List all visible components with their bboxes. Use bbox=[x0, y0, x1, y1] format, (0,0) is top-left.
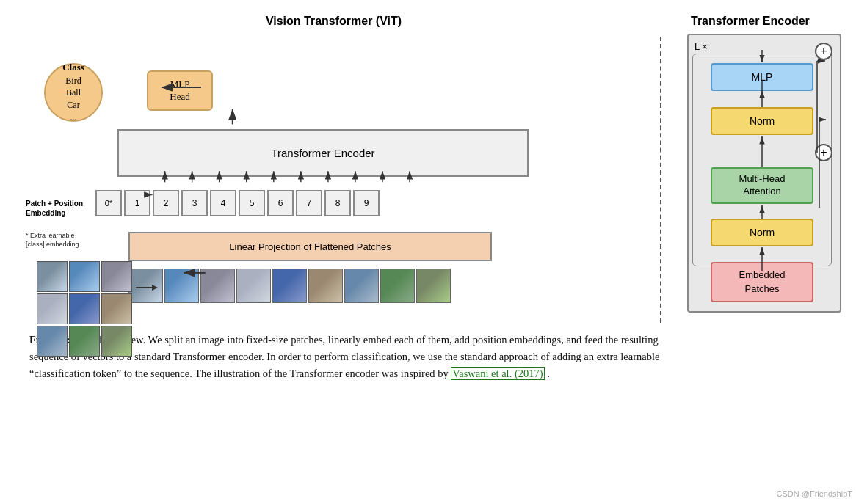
transformer-encoder-main-label: Transformer Encoder bbox=[271, 147, 374, 159]
source-cell-2 bbox=[69, 261, 100, 292]
img-patch-4 bbox=[236, 269, 271, 303]
img-patch-3 bbox=[200, 269, 235, 303]
token-0: 0* bbox=[95, 190, 122, 216]
token-2: 2 bbox=[153, 190, 179, 216]
te-block-mha: Multi-HeadAttention bbox=[711, 167, 813, 204]
lx-label: L × bbox=[694, 41, 708, 52]
te-block-norm2: Norm bbox=[711, 219, 813, 246]
class-car: Car bbox=[67, 99, 79, 112]
img-patch-6 bbox=[308, 269, 343, 303]
source-cell-5 bbox=[69, 293, 100, 324]
svg-marker-19 bbox=[152, 285, 158, 291]
source-cell-6 bbox=[101, 293, 132, 324]
te-title: Transformer Encoder bbox=[691, 15, 810, 28]
img-patch-8 bbox=[380, 269, 415, 303]
main-container: Vision Transformer (ViT) Class Bird Ball… bbox=[0, 0, 867, 504]
dashed-divider bbox=[660, 37, 661, 323]
class-bird: Bird bbox=[65, 75, 81, 87]
right-arrow-svg bbox=[136, 282, 158, 293]
token-1: 1 bbox=[124, 190, 150, 216]
linear-projection-label: Linear Projection of Flattened Patches bbox=[229, 241, 391, 252]
te-block-norm1: Norm bbox=[711, 107, 813, 135]
embedded-patches-box: EmbeddedPatches bbox=[711, 262, 813, 302]
img-patch-5 bbox=[272, 269, 307, 303]
source-cell-4 bbox=[37, 293, 68, 324]
mlp-head-box: MLPHead bbox=[147, 70, 213, 111]
source-image-grid bbox=[37, 261, 132, 357]
te-section: Transformer Encoder L × + MLP Norm + bbox=[676, 15, 845, 323]
te-inner: L × + MLP Norm + Multi-HeadAttention bbox=[687, 34, 841, 313]
source-cell-7 bbox=[37, 326, 68, 357]
img-patch-2 bbox=[164, 269, 199, 303]
vit-inner: Class Bird Ball Car ... MLPHead Transfor… bbox=[22, 34, 645, 313]
transformer-encoder-main-box: Transformer Encoder bbox=[117, 129, 529, 177]
image-patches-row bbox=[128, 269, 451, 303]
watermark: CSDN @FriendshipT bbox=[777, 489, 852, 498]
arrow-source-to-patches bbox=[136, 282, 158, 293]
patch-position-label: Patch + PositionEmbedding bbox=[26, 199, 88, 218]
te-mlp-label: MLP bbox=[752, 71, 773, 83]
img-patch-9 bbox=[416, 269, 451, 303]
vit-title: Vision Transformer (ViT) bbox=[266, 15, 402, 28]
plus-circle-mid: + bbox=[815, 144, 832, 161]
tokens-row: 0* 1 2 3 4 5 6 7 8 9 bbox=[95, 190, 380, 216]
diagram-area: Vision Transformer (ViT) Class Bird Ball… bbox=[22, 15, 845, 323]
class-dots: ... bbox=[70, 112, 77, 124]
source-cell-8 bbox=[69, 326, 100, 357]
source-cell-1 bbox=[37, 261, 68, 292]
class-ball: Ball bbox=[66, 87, 81, 99]
vaswani-link[interactable]: Vaswani et al. (2017) bbox=[451, 367, 544, 380]
source-cell-9 bbox=[101, 326, 132, 357]
te-block-mlp: MLP bbox=[711, 63, 813, 91]
token-7: 7 bbox=[296, 190, 322, 216]
img-patch-7 bbox=[344, 269, 379, 303]
source-cell-3 bbox=[101, 261, 132, 292]
class-title: Class bbox=[62, 61, 84, 74]
linear-projection-box: Linear Projection of Flattened Patches bbox=[128, 232, 492, 261]
token-3: 3 bbox=[181, 190, 208, 216]
token-4: 4 bbox=[210, 190, 236, 216]
token-5: 5 bbox=[239, 190, 265, 216]
caption-text-end: . bbox=[547, 368, 550, 379]
token-6: 6 bbox=[267, 190, 294, 216]
vit-section: Vision Transformer (ViT) Class Bird Ball… bbox=[22, 15, 645, 323]
token-9: 9 bbox=[353, 190, 380, 216]
mlp-head-label: MLPHead bbox=[170, 78, 189, 103]
te-norm2-label: Norm bbox=[750, 227, 775, 238]
token-8: 8 bbox=[324, 190, 351, 216]
embedded-patches-label: EmbeddedPatches bbox=[739, 269, 786, 295]
extra-learnable-label: * Extra learnable[class] embedding bbox=[26, 232, 92, 249]
te-norm1-label: Norm bbox=[750, 115, 775, 127]
te-mha-label: Multi-HeadAttention bbox=[739, 173, 786, 198]
class-box: Class Bird Ball Car ... bbox=[44, 63, 103, 122]
plus-circle-top: + bbox=[815, 43, 832, 60]
